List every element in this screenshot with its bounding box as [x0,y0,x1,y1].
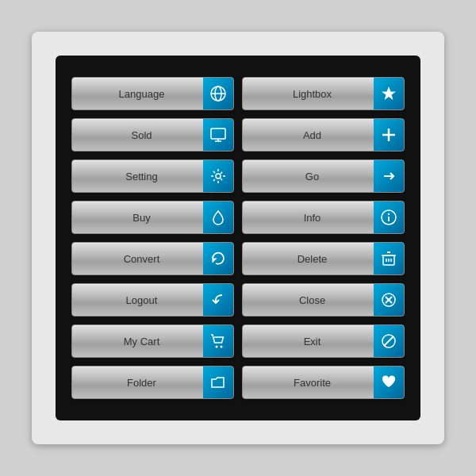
logout-button[interactable]: Logout [71,283,234,317]
add-label: Add [251,129,374,141]
svg-point-9 [216,174,221,178]
svg-point-22 [216,346,218,348]
info-button[interactable]: Info [242,201,405,234]
svg-point-23 [221,346,223,348]
delete-label: Delete [251,253,374,265]
go-label: Go [251,171,374,182]
delete-button[interactable]: Delete [242,242,405,275]
exit-icon [374,324,404,358]
my-cart-button[interactable]: My Cart [71,324,234,358]
go-button[interactable]: Go [242,159,405,193]
favorite-label: Favorite [251,377,374,389]
lightbox-label: Lightbox [251,88,374,100]
folder-button[interactable]: Folder [71,366,234,399]
inner-panel: LanguageLightboxSoldAddSettingGoBuyInfoC… [56,56,420,420]
close-icon [374,283,404,317]
buy-icon [203,201,233,234]
folder-icon [203,366,233,399]
setting-button[interactable]: Setting [71,159,234,193]
close-button[interactable]: Close [242,283,405,317]
go-icon [374,159,404,193]
info-label: Info [251,212,374,224]
logout-icon [203,283,233,317]
button-grid: LanguageLightboxSoldAddSettingGoBuyInfoC… [71,77,405,399]
logout-label: Logout [80,294,203,306]
svg-point-12 [388,213,390,215]
setting-icon [203,159,233,193]
sold-button[interactable]: Sold [71,118,234,152]
add-button[interactable]: Add [242,118,405,152]
exit-button[interactable]: Exit [242,324,405,358]
language-icon [203,77,233,110]
convert-icon [203,242,233,275]
sold-icon [203,118,233,152]
favorite-button[interactable]: Favorite [242,366,405,399]
language-button[interactable]: Language [71,77,234,110]
folder-label: Folder [80,377,203,389]
exit-label: Exit [251,336,374,347]
svg-marker-3 [382,86,396,100]
lightbox-icon [374,77,404,110]
convert-label: Convert [80,253,203,265]
my-cart-icon [203,324,233,358]
outer-frame: LanguageLightboxSoldAddSettingGoBuyInfoC… [32,32,444,444]
favorite-icon [374,366,404,399]
buy-label: Buy [80,212,203,224]
info-icon [374,201,404,234]
convert-button[interactable]: Convert [71,242,234,275]
close-label: Close [251,294,374,306]
setting-label: Setting [80,171,203,182]
buy-button[interactable]: Buy [71,201,234,234]
lightbox-button[interactable]: Lightbox [242,77,405,110]
my-cart-label: My Cart [80,336,203,347]
language-label: Language [80,88,203,100]
svg-line-25 [384,336,393,346]
delete-icon [374,242,404,275]
sold-label: Sold [80,129,203,141]
add-icon [374,118,404,152]
svg-rect-4 [211,129,225,139]
